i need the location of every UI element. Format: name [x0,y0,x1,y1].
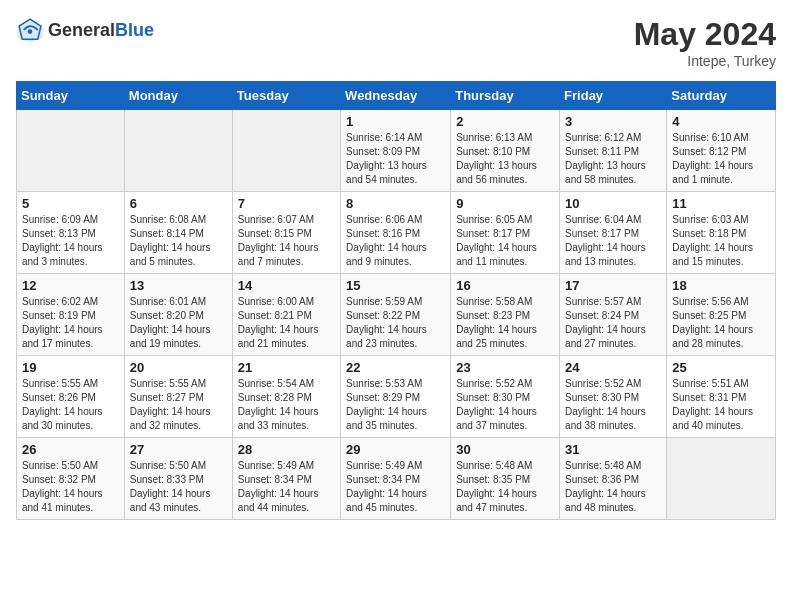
day-number: 22 [346,360,445,375]
calendar-cell: 22Sunrise: 5:53 AMSunset: 8:29 PMDayligh… [341,356,451,438]
day-number: 4 [672,114,770,129]
month-year-title: May 2024 [634,16,776,53]
day-number: 16 [456,278,554,293]
calendar-cell: 16Sunrise: 5:58 AMSunset: 8:23 PMDayligh… [451,274,560,356]
day-number: 2 [456,114,554,129]
day-info: Sunrise: 5:50 AMSunset: 8:32 PMDaylight:… [22,459,119,515]
calendar-cell: 24Sunrise: 5:52 AMSunset: 8:30 PMDayligh… [560,356,667,438]
day-number: 14 [238,278,335,293]
day-info: Sunrise: 5:48 AMSunset: 8:35 PMDaylight:… [456,459,554,515]
day-info: Sunrise: 6:00 AMSunset: 8:21 PMDaylight:… [238,295,335,351]
day-number: 19 [22,360,119,375]
calendar-cell [232,110,340,192]
day-info: Sunrise: 5:49 AMSunset: 8:34 PMDaylight:… [346,459,445,515]
day-info: Sunrise: 5:49 AMSunset: 8:34 PMDaylight:… [238,459,335,515]
day-info: Sunrise: 6:08 AMSunset: 8:14 PMDaylight:… [130,213,227,269]
day-info: Sunrise: 6:10 AMSunset: 8:12 PMDaylight:… [672,131,770,187]
day-number: 25 [672,360,770,375]
day-number: 15 [346,278,445,293]
calendar-cell: 2Sunrise: 6:13 AMSunset: 8:10 PMDaylight… [451,110,560,192]
day-number: 20 [130,360,227,375]
location-subtitle: Intepe, Turkey [634,53,776,69]
day-number: 8 [346,196,445,211]
day-info: Sunrise: 5:59 AMSunset: 8:22 PMDaylight:… [346,295,445,351]
day-headers-row: SundayMondayTuesdayWednesdayThursdayFrid… [17,82,776,110]
day-number: 18 [672,278,770,293]
day-info: Sunrise: 5:55 AMSunset: 8:26 PMDaylight:… [22,377,119,433]
calendar-table: SundayMondayTuesdayWednesdayThursdayFrid… [16,81,776,520]
day-number: 11 [672,196,770,211]
day-info: Sunrise: 6:09 AMSunset: 8:13 PMDaylight:… [22,213,119,269]
calendar-cell: 30Sunrise: 5:48 AMSunset: 8:35 PMDayligh… [451,438,560,520]
day-number: 29 [346,442,445,457]
calendar-cell: 6Sunrise: 6:08 AMSunset: 8:14 PMDaylight… [124,192,232,274]
calendar-cell: 20Sunrise: 5:55 AMSunset: 8:27 PMDayligh… [124,356,232,438]
day-number: 27 [130,442,227,457]
day-info: Sunrise: 6:14 AMSunset: 8:09 PMDaylight:… [346,131,445,187]
calendar-cell: 8Sunrise: 6:06 AMSunset: 8:16 PMDaylight… [341,192,451,274]
calendar-cell: 23Sunrise: 5:52 AMSunset: 8:30 PMDayligh… [451,356,560,438]
calendar-cell: 4Sunrise: 6:10 AMSunset: 8:12 PMDaylight… [667,110,776,192]
day-info: Sunrise: 5:58 AMSunset: 8:23 PMDaylight:… [456,295,554,351]
calendar-cell: 13Sunrise: 6:01 AMSunset: 8:20 PMDayligh… [124,274,232,356]
calendar-week-row: 26Sunrise: 5:50 AMSunset: 8:32 PMDayligh… [17,438,776,520]
calendar-cell [667,438,776,520]
day-number: 7 [238,196,335,211]
day-number: 5 [22,196,119,211]
logo-text: GeneralBlue [48,20,154,41]
day-number: 30 [456,442,554,457]
day-info: Sunrise: 6:13 AMSunset: 8:10 PMDaylight:… [456,131,554,187]
day-header-thursday: Thursday [451,82,560,110]
calendar-week-row: 5Sunrise: 6:09 AMSunset: 8:13 PMDaylight… [17,192,776,274]
calendar-cell: 28Sunrise: 5:49 AMSunset: 8:34 PMDayligh… [232,438,340,520]
day-number: 6 [130,196,227,211]
day-header-saturday: Saturday [667,82,776,110]
calendar-cell [124,110,232,192]
day-number: 13 [130,278,227,293]
calendar-cell: 11Sunrise: 6:03 AMSunset: 8:18 PMDayligh… [667,192,776,274]
calendar-cell: 5Sunrise: 6:09 AMSunset: 8:13 PMDaylight… [17,192,125,274]
day-header-monday: Monday [124,82,232,110]
day-info: Sunrise: 5:52 AMSunset: 8:30 PMDaylight:… [456,377,554,433]
day-number: 17 [565,278,661,293]
day-number: 26 [22,442,119,457]
calendar-week-row: 12Sunrise: 6:02 AMSunset: 8:19 PMDayligh… [17,274,776,356]
calendar-header: SundayMondayTuesdayWednesdayThursdayFrid… [17,82,776,110]
day-info: Sunrise: 5:51 AMSunset: 8:31 PMDaylight:… [672,377,770,433]
calendar-cell: 17Sunrise: 5:57 AMSunset: 8:24 PMDayligh… [560,274,667,356]
calendar-week-row: 19Sunrise: 5:55 AMSunset: 8:26 PMDayligh… [17,356,776,438]
calendar-cell: 15Sunrise: 5:59 AMSunset: 8:22 PMDayligh… [341,274,451,356]
calendar-cell: 9Sunrise: 6:05 AMSunset: 8:17 PMDaylight… [451,192,560,274]
svg-point-2 [28,29,33,34]
day-header-tuesday: Tuesday [232,82,340,110]
day-info: Sunrise: 5:55 AMSunset: 8:27 PMDaylight:… [130,377,227,433]
day-info: Sunrise: 6:03 AMSunset: 8:18 PMDaylight:… [672,213,770,269]
day-number: 9 [456,196,554,211]
day-info: Sunrise: 5:52 AMSunset: 8:30 PMDaylight:… [565,377,661,433]
calendar-cell: 18Sunrise: 5:56 AMSunset: 8:25 PMDayligh… [667,274,776,356]
calendar-cell: 3Sunrise: 6:12 AMSunset: 8:11 PMDaylight… [560,110,667,192]
day-info: Sunrise: 5:50 AMSunset: 8:33 PMDaylight:… [130,459,227,515]
day-header-friday: Friday [560,82,667,110]
calendar-cell: 21Sunrise: 5:54 AMSunset: 8:28 PMDayligh… [232,356,340,438]
calendar-cell: 1Sunrise: 6:14 AMSunset: 8:09 PMDaylight… [341,110,451,192]
day-info: Sunrise: 5:54 AMSunset: 8:28 PMDaylight:… [238,377,335,433]
day-number: 21 [238,360,335,375]
calendar-cell: 7Sunrise: 6:07 AMSunset: 8:15 PMDaylight… [232,192,340,274]
calendar-cell: 25Sunrise: 5:51 AMSunset: 8:31 PMDayligh… [667,356,776,438]
day-number: 24 [565,360,661,375]
day-info: Sunrise: 6:05 AMSunset: 8:17 PMDaylight:… [456,213,554,269]
day-info: Sunrise: 5:56 AMSunset: 8:25 PMDaylight:… [672,295,770,351]
day-info: Sunrise: 5:57 AMSunset: 8:24 PMDaylight:… [565,295,661,351]
calendar-cell: 10Sunrise: 6:04 AMSunset: 8:17 PMDayligh… [560,192,667,274]
day-number: 12 [22,278,119,293]
logo: GeneralBlue [16,16,154,44]
calendar-cell: 12Sunrise: 6:02 AMSunset: 8:19 PMDayligh… [17,274,125,356]
title-block: May 2024 Intepe, Turkey [634,16,776,69]
calendar-cell: 29Sunrise: 5:49 AMSunset: 8:34 PMDayligh… [341,438,451,520]
calendar-cell [17,110,125,192]
day-number: 31 [565,442,661,457]
day-header-sunday: Sunday [17,82,125,110]
page-header: GeneralBlue May 2024 Intepe, Turkey [16,16,776,69]
calendar-cell: 31Sunrise: 5:48 AMSunset: 8:36 PMDayligh… [560,438,667,520]
